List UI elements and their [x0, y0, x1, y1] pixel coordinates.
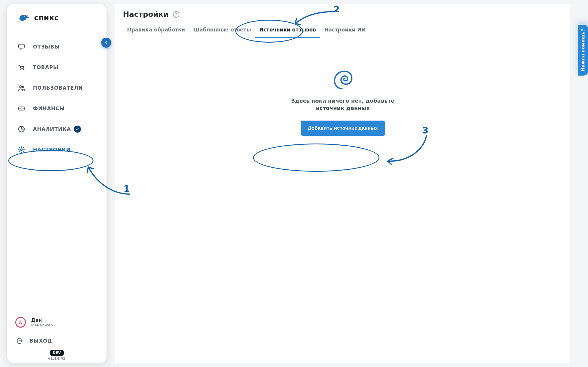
sidebar-item-label: ФИНАНСЫ [33, 106, 65, 111]
sidebar-item-label: ПОЛЬЗОВАТЕЛИ [33, 85, 83, 91]
logo-icon [17, 12, 30, 24]
annotation-circle-1 [8, 150, 94, 171]
alert-avatar-icon [15, 317, 26, 328]
empty-line2: источник данных [316, 105, 370, 111]
sidebar-item-analytics[interactable]: АНАЛИТИКА [13, 119, 101, 139]
sidebar-item-users[interactable]: ПОЛЬЗОВАТЕЛИ [13, 78, 101, 98]
svg-point-3 [23, 69, 24, 70]
annotation-circle-3 [253, 144, 379, 172]
sidebar-item-finance[interactable]: ФИНАНСЫ [13, 99, 101, 118]
sidebar-item-reviews[interactable]: ОТЗЫВЫ [13, 37, 101, 56]
svg-point-8 [19, 108, 20, 109]
logout-button[interactable]: ВЫХОД [12, 331, 101, 351]
user-role: Менеджер [31, 323, 53, 328]
svg-rect-1 [19, 44, 24, 48]
logout-label: ВЫХОД [29, 338, 52, 344]
main-panel: Настройки ? Правила обработки Шаблонные … [115, 4, 570, 363]
help-icon[interactable]: ? [173, 11, 179, 18]
empty-state: Здесь пока ничего нет, добавьте источник… [115, 69, 570, 136]
dev-badge: DEV [50, 350, 64, 356]
svg-point-4 [20, 86, 22, 88]
sidebar-nav: ОТЗЫВЫ ТОВАРЫ ПОЛЬЗОВАТЕЛИ ФИНАНСЫ [7, 26, 106, 162]
version-block: DEV v1.14.43 [12, 350, 101, 361]
page-title: Настройки [123, 10, 169, 19]
sidebar-item-text: АНАЛИТИКА [33, 126, 71, 132]
sidebar: спикс ОТЗЫВЫ ТОВАРЫ [7, 4, 106, 363]
logout-icon [15, 336, 24, 345]
need-help-tab[interactable]: Нужна помощь? [578, 25, 588, 76]
users-icon [17, 84, 26, 92]
user-card[interactable]: Дан Менеджер [12, 315, 101, 330]
page-header: Настройки ? [115, 4, 570, 21]
spiral-icon [331, 69, 355, 92]
sidebar-footer: Дан Менеджер ВЫХОД DEV v1.14.43 [7, 309, 106, 363]
cart-icon [17, 63, 26, 72]
svg-point-13 [20, 323, 21, 323]
svg-point-7 [21, 108, 22, 109]
svg-point-9 [23, 108, 24, 109]
brand-name: спикс [34, 14, 59, 22]
empty-state-text: Здесь пока ничего нет, добавьте источник… [291, 97, 394, 112]
sidebar-item-label: ОТЗЫВЫ [33, 44, 60, 50]
sidebar-item-label: АНАЛИТИКА [33, 126, 81, 133]
tab-ai-settings[interactable]: Настройки ИИ [320, 21, 370, 38]
chat-icon [17, 42, 26, 51]
chart-pie-icon [17, 125, 26, 134]
svg-point-10 [21, 149, 23, 151]
sidebar-item-label: ТОВАРЫ [33, 64, 59, 70]
annotation-circle-2 [235, 20, 303, 43]
tab-processing-rules[interactable]: Правила обработки [123, 21, 189, 38]
money-icon [17, 104, 26, 113]
check-badge-icon [74, 126, 81, 133]
sidebar-item-products[interactable]: ТОВАРЫ [13, 58, 101, 77]
sidebar-header: спикс [7, 4, 106, 26]
add-source-button[interactable]: Добавить источник данных [301, 121, 385, 136]
tabs: Правила обработки Шаблонные ответы Источ… [115, 21, 570, 38]
user-name: Дан [31, 317, 53, 323]
sidebar-collapse-button[interactable] [101, 38, 111, 48]
version-text: v1.14.43 [48, 356, 66, 361]
svg-point-2 [20, 69, 21, 70]
svg-point-5 [22, 86, 24, 88]
empty-line1: Здесь пока ничего нет, добавьте [291, 98, 394, 104]
brand: спикс [14, 12, 99, 24]
svg-point-0 [24, 16, 25, 17]
